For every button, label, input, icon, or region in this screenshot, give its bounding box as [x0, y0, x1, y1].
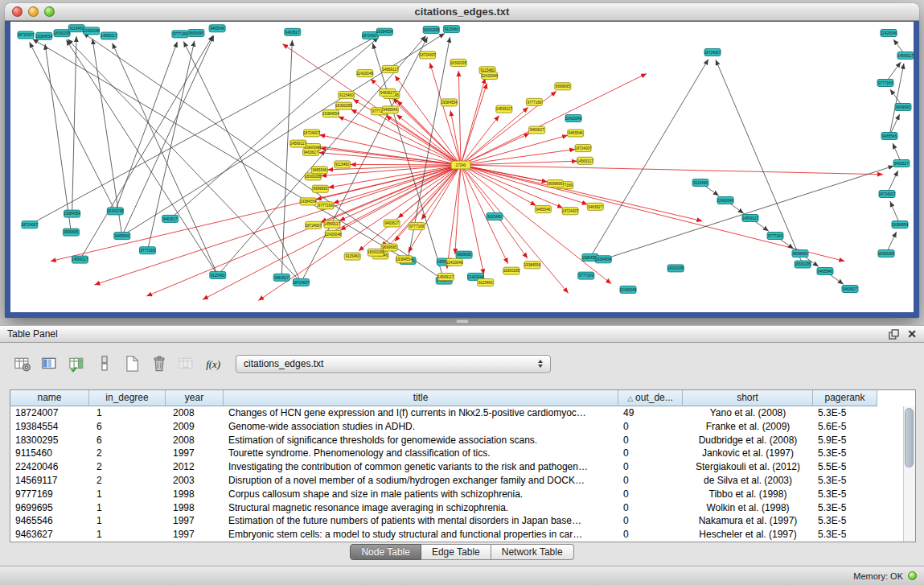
table-row[interactable]: 2242004622012Investigating the contribut… — [10, 460, 915, 474]
graph-node[interactable]: 14569117 — [437, 274, 454, 281]
graph-node[interactable]: 9463627 — [162, 215, 179, 222]
graph-edge[interactable] — [95, 165, 462, 285]
graph-edge[interactable] — [281, 40, 292, 278]
graph-node[interactable]: 14569117 — [101, 32, 117, 39]
graph-node[interactable]: 18724007 — [562, 208, 579, 215]
table-row[interactable]: 1938455462009Genome-wide association stu… — [10, 420, 915, 434]
graph-node[interactable]: 18724007 — [303, 130, 320, 137]
graph-node[interactable]: 14569117 — [742, 215, 759, 222]
graph-node[interactable]: 9115460 — [68, 25, 84, 32]
graph-node[interactable]: 9115460 — [344, 253, 360, 260]
graph-node[interactable]: 9463627 — [273, 274, 290, 281]
graph-edge[interactable] — [33, 39, 409, 261]
graph-node[interactable]: 9465546 — [535, 206, 551, 213]
graph-edge[interactable] — [396, 115, 461, 165]
graph-node[interactable]: 18724007 — [22, 221, 39, 229]
graph-node[interactable]: 18300295 — [54, 30, 71, 37]
graph-node[interactable]: 9777169 — [767, 233, 783, 240]
graph-node[interactable]: 9465546 — [817, 268, 833, 275]
tab-network-table[interactable]: Network Table — [491, 544, 574, 560]
table-row[interactable]: 1830029562008Estimation of significance … — [10, 434, 915, 447]
graph-node[interactable]: 22420046 — [446, 258, 463, 266]
column-header-name[interactable]: name — [10, 390, 89, 406]
graph-node[interactable]: 18724007 — [575, 145, 592, 152]
graph-node[interactable]: 14569117 — [897, 52, 914, 60]
table-row[interactable]: 1456911722003Disruption of a novel membe… — [10, 474, 915, 488]
graph-node[interactable]: 9115460 — [478, 279, 494, 286]
graph-edge[interactable] — [455, 165, 461, 254]
graph-node[interactable]: 14569117 — [382, 65, 399, 72]
graph-edge[interactable] — [122, 33, 445, 236]
graph-node[interactable]: 22420046 — [325, 230, 342, 237]
column-header-in_degree[interactable]: in_degree — [89, 390, 166, 406]
graph-node[interactable]: 22420046 — [481, 72, 498, 80]
graph-edge[interactable] — [590, 60, 708, 257]
graph-edge[interactable] — [461, 135, 568, 165]
graph-node[interactable]: 9699695 — [895, 104, 911, 111]
graph-node[interactable]: 22420046 — [357, 70, 374, 77]
graph-node[interactable]: 18724007 — [879, 191, 896, 198]
table-mode-button[interactable] — [11, 353, 33, 375]
window-zoom-button[interactable] — [44, 6, 55, 17]
graph-node[interactable]: 9777169 — [318, 202, 334, 209]
graph-node[interactable]: 18724007 — [704, 49, 721, 56]
graph-node[interactable]: 9115460 — [487, 213, 503, 220]
graph-node[interactable]: 9777169 — [578, 272, 594, 279]
graph-node[interactable]: 9465546 — [114, 233, 130, 240]
graph-node[interactable]: 14569117 — [324, 220, 341, 228]
window-title-bar[interactable]: citations_edges.txt — [5, 3, 919, 21]
graph-node[interactable]: 18300295 — [368, 249, 384, 256]
graph-node[interactable]: 9463627 — [285, 28, 301, 35]
graph-edge[interactable] — [461, 78, 485, 165]
network-selector-dropdown[interactable]: citations_edges.txt — [236, 355, 551, 373]
column-header-year[interactable]: year — [166, 390, 224, 406]
graph-edge[interactable] — [716, 60, 803, 264]
function-builder-button[interactable]: f(x) — [203, 353, 224, 375]
graph-node[interactable]: 22420046 — [83, 27, 100, 35]
graph-edge[interactable] — [395, 76, 461, 165]
graph-edge[interactable] — [461, 165, 548, 182]
graph-node[interactable]: 19384554 — [396, 256, 413, 263]
tab-node-table[interactable]: Node Table — [350, 544, 421, 560]
graph-node[interactable]: 19384554 — [441, 99, 458, 106]
graph-edge[interactable] — [461, 165, 844, 262]
float-panel-icon[interactable] — [889, 329, 899, 340]
graph-node[interactable]: 9115460 — [210, 271, 226, 278]
graph-node[interactable]: 19384554 — [300, 198, 317, 205]
graph-node[interactable]: 22420046 — [565, 115, 582, 122]
graph-node[interactable]: 18300295 — [878, 250, 895, 257]
graph-node[interactable]: 9463627 — [529, 126, 545, 134]
column-header-out_degree[interactable]: △out_de... — [618, 390, 683, 406]
graph-edge[interactable] — [461, 161, 577, 165]
graph-node[interactable]: 18300295 — [423, 27, 440, 34]
graph-node[interactable]: 9699695 — [63, 229, 79, 236]
graph-edge[interactable] — [306, 145, 461, 165]
graph-node[interactable]: 19384554 — [64, 210, 80, 217]
graph-node[interactable]: 9465546 — [209, 25, 225, 32]
graph-edge[interactable] — [603, 166, 893, 259]
graph-node[interactable]: 9465546 — [568, 130, 584, 137]
vertical-scrollbar[interactable] — [903, 406, 915, 542]
graph-edge[interactable] — [351, 164, 461, 165]
table-row[interactable]: 946554611997Estimation of the future num… — [10, 514, 915, 528]
graph-edge[interactable] — [333, 165, 461, 204]
window-minimize-button[interactable] — [28, 6, 39, 17]
graph-node[interactable]: 19384554 — [376, 28, 393, 35]
graph-node[interactable]: 9699695 — [548, 180, 564, 187]
graph-node[interactable]: 9115460 — [335, 161, 351, 168]
graph-node[interactable]: 19384554 — [36, 32, 53, 39]
graph-node[interactable]: 9463627 — [587, 203, 603, 210]
graph-edge[interactable] — [461, 165, 883, 175]
table-row[interactable]: 969969511998Structural magnetic resonanc… — [10, 501, 915, 515]
graph-edge[interactable] — [113, 43, 218, 275]
network-canvas[interactable]: 1872400719384554183002959115460224200461… — [10, 22, 914, 312]
graph-node[interactable]: 9699695 — [456, 251, 472, 258]
import-table-button[interactable] — [175, 353, 197, 375]
graph-node[interactable]: 9115460 — [339, 92, 355, 99]
graph-node[interactable]: 9463627 — [842, 286, 858, 293]
graph-node[interactable]: 18300295 — [107, 208, 124, 215]
graph-node[interactable]: 22420046 — [881, 30, 897, 37]
graph-edge[interactable] — [359, 165, 461, 251]
table-row[interactable]: 911546021997Tourette syndrome. Phenomeno… — [10, 447, 915, 460]
graph-node[interactable]: 18300295 — [795, 261, 811, 268]
